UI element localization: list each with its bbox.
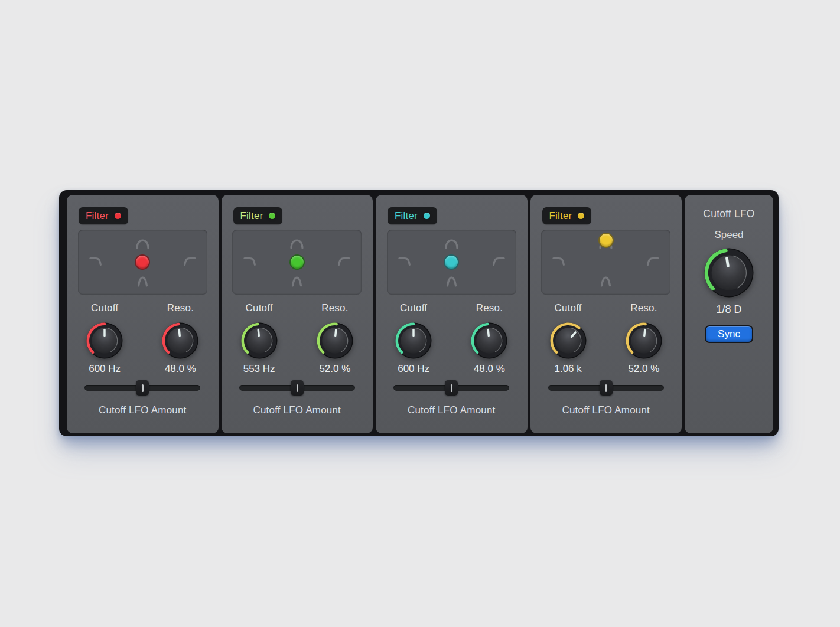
cutoff-lfo-panel: Cutoff LFO Speed 1/8 D Sync bbox=[685, 195, 773, 433]
filter-toggle[interactable]: Filter bbox=[542, 207, 592, 224]
reso-label: Reso. bbox=[630, 302, 657, 315]
cutoff-label: Cutoff bbox=[91, 302, 118, 315]
cutoff-label: Cutoff bbox=[555, 302, 582, 315]
filter-panel-2: Filter Cutoff 553 Hz Reso. 52.0 % bbox=[222, 195, 373, 433]
bandpass-icon bbox=[137, 240, 148, 248]
highpass-icon bbox=[648, 259, 658, 265]
filter-panel-4: Filter Cutoff 1.06 k Reso. 52.0 % bbox=[530, 195, 682, 433]
reso-knob[interactable] bbox=[317, 322, 353, 359]
slider-handle[interactable] bbox=[136, 380, 149, 396]
highpass-icon bbox=[339, 259, 349, 265]
slider-handle[interactable] bbox=[291, 380, 304, 396]
lfo-speed-knob[interactable] bbox=[704, 248, 754, 298]
reso-knob[interactable] bbox=[162, 322, 198, 359]
cutoff-knob[interactable] bbox=[86, 322, 123, 359]
cutoff-lfo-amount-label: Cutoff LFO Amount bbox=[222, 404, 373, 416]
cutoff-label: Cutoff bbox=[400, 302, 427, 315]
filter-led-icon bbox=[578, 213, 584, 219]
cutoff-knob[interactable] bbox=[550, 322, 587, 359]
highpass-icon bbox=[184, 259, 194, 265]
filter-xy-pad[interactable] bbox=[232, 230, 362, 295]
cutoff-value[interactable]: 553 Hz bbox=[243, 363, 275, 375]
lowpass-icon bbox=[399, 259, 409, 265]
reso-label: Reso. bbox=[321, 302, 348, 315]
slider-handle-tick bbox=[297, 384, 298, 392]
filter-label: Filter bbox=[549, 210, 572, 222]
filter-panel-1: Filter Cutoff 600 Hz Reso. 48.0 % bbox=[67, 195, 219, 433]
cutoff-lfo-title: Cutoff LFO bbox=[703, 207, 754, 220]
filter-toggle[interactable]: Filter bbox=[388, 207, 437, 224]
filter-bank-device: Filter Cutoff 600 Hz Reso. 48.0 % bbox=[59, 190, 779, 436]
cutoff-lfo-amount-label: Cutoff LFO Amount bbox=[376, 404, 528, 416]
filter-xy-pad[interactable] bbox=[78, 230, 207, 295]
bandpass-icon bbox=[446, 240, 457, 248]
reso-knob[interactable] bbox=[626, 322, 662, 359]
filter-led-icon bbox=[269, 213, 275, 219]
slider-handle[interactable] bbox=[445, 380, 458, 396]
filter-position-dot[interactable] bbox=[135, 254, 150, 270]
lowpass-icon bbox=[245, 259, 255, 265]
lowpass-icon bbox=[90, 259, 100, 265]
filter-label: Filter bbox=[395, 210, 418, 222]
reso-value[interactable]: 52.0 % bbox=[319, 363, 350, 375]
reso-value[interactable]: 48.0 % bbox=[165, 363, 196, 375]
cutoff-lfo-amount-slider[interactable] bbox=[84, 380, 200, 396]
filter-position-dot[interactable] bbox=[289, 254, 305, 270]
filter-label: Filter bbox=[86, 210, 109, 222]
slider-handle-tick bbox=[142, 384, 144, 392]
filter-position-dot[interactable] bbox=[598, 233, 614, 248]
filter-toggle[interactable]: Filter bbox=[233, 207, 283, 224]
reso-label: Reso. bbox=[476, 302, 503, 315]
reso-knob[interactable] bbox=[471, 322, 507, 359]
slider-handle[interactable] bbox=[600, 380, 613, 396]
filter-xy-pad[interactable] bbox=[541, 230, 670, 295]
lfo-speed-label: Speed bbox=[714, 228, 743, 241]
peak-icon bbox=[293, 277, 301, 286]
cutoff-knob[interactable] bbox=[395, 322, 432, 359]
cutoff-label: Cutoff bbox=[246, 302, 273, 315]
bandpass-icon bbox=[291, 240, 302, 248]
filter-toggle[interactable]: Filter bbox=[79, 207, 128, 224]
filter-position-dot[interactable] bbox=[444, 254, 459, 270]
lfo-speed-value[interactable]: 1/8 D bbox=[716, 303, 741, 316]
cutoff-lfo-amount-label: Cutoff LFO Amount bbox=[530, 404, 682, 416]
filter-panel-3: Filter Cutoff 600 Hz Reso. 48.0 % bbox=[376, 195, 528, 433]
cutoff-knob[interactable] bbox=[241, 322, 278, 359]
reso-value[interactable]: 48.0 % bbox=[474, 363, 505, 375]
filter-led-icon bbox=[115, 213, 121, 219]
sync-button[interactable]: Sync bbox=[705, 325, 753, 343]
slider-handle-tick bbox=[605, 384, 607, 392]
filter-label: Filter bbox=[240, 210, 263, 222]
filter-led-icon bbox=[424, 213, 430, 219]
cutoff-lfo-amount-slider[interactable] bbox=[548, 380, 664, 396]
cutoff-value[interactable]: 1.06 k bbox=[554, 363, 581, 375]
lowpass-icon bbox=[554, 259, 564, 265]
reso-label: Reso. bbox=[167, 302, 194, 315]
cutoff-value[interactable]: 600 Hz bbox=[89, 363, 121, 375]
slider-handle-tick bbox=[451, 384, 452, 392]
peak-icon bbox=[138, 277, 146, 286]
filter-xy-pad[interactable] bbox=[387, 230, 516, 295]
peak-icon bbox=[602, 277, 610, 286]
cutoff-value[interactable]: 600 Hz bbox=[398, 363, 429, 375]
cutoff-lfo-amount-slider[interactable] bbox=[393, 380, 509, 396]
cutoff-lfo-amount-slider[interactable] bbox=[239, 380, 355, 396]
reso-value[interactable]: 52.0 % bbox=[628, 363, 659, 375]
highpass-icon bbox=[493, 259, 503, 265]
cutoff-lfo-amount-label: Cutoff LFO Amount bbox=[67, 404, 219, 416]
peak-icon bbox=[447, 277, 455, 286]
